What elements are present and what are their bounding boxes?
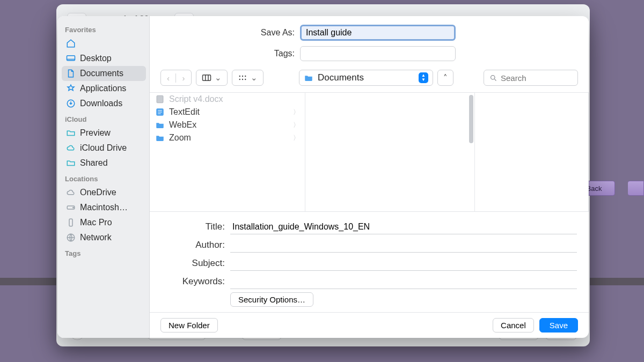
- browser-column-2[interactable]: ||: [305, 93, 475, 211]
- save-sheet: Favorites Desktop Documents Applications…: [57, 16, 589, 338]
- svg-point-12: [245, 79, 246, 80]
- sidebar-item-label: Preview: [80, 128, 111, 138]
- pdf-metadata-section: Title: Author: Subject: Keywords: Securi…: [150, 212, 589, 313]
- app-icon: [155, 107, 165, 117]
- svg-rect-14: [157, 95, 163, 103]
- chevron-up-icon: ˄: [443, 73, 448, 83]
- folder-icon: [155, 133, 165, 143]
- svg-point-10: [239, 79, 240, 80]
- cloud-icon: [66, 188, 76, 197]
- folder-icon: [66, 128, 76, 138]
- save-as-input[interactable]: [300, 25, 456, 41]
- sidebar-item-label: Desktop: [80, 54, 112, 63]
- svg-point-8: [242, 76, 243, 77]
- tags-input[interactable]: [300, 46, 456, 61]
- view-columns-button[interactable]: ⌄: [196, 70, 228, 86]
- sidebar-heading-icloud: iCloud: [62, 111, 146, 125]
- sidebar-item-icloud-drive[interactable]: iCloud Drive: [62, 141, 146, 156]
- keywords-label: Keywords:: [162, 276, 225, 287]
- expand-button[interactable]: ˄: [437, 70, 453, 86]
- svg-rect-6: [203, 75, 211, 81]
- sidebar-heading-favorites: Favorites: [62, 21, 146, 36]
- cloud-icon: [66, 143, 76, 153]
- file-name: Script v4.docx: [169, 94, 223, 104]
- svg-point-3: [73, 207, 74, 208]
- folder-icon: [304, 73, 313, 83]
- sidebar-item-network[interactable]: Network: [62, 230, 146, 245]
- group-by-button[interactable]: ⌄: [232, 70, 264, 86]
- search-field[interactable]: [484, 70, 578, 86]
- sidebar-item-label: Mac Pro: [80, 218, 112, 227]
- chevron-down-icon: ⌄: [251, 73, 258, 83]
- sidebar-item-label: iCloud Drive: [80, 143, 127, 153]
- chevron-right-icon: 〉: [293, 108, 299, 117]
- sidebar-heading-tags: Tags: [62, 245, 146, 260]
- word-doc-icon: [155, 94, 165, 104]
- sidebar-item-desktop[interactable]: Desktop: [62, 51, 146, 66]
- cancel-button[interactable]: Cancel: [493, 318, 534, 333]
- shared-folder-icon: [66, 158, 76, 168]
- file-row[interactable]: Script v4.docx: [150, 93, 305, 106]
- title-input[interactable]: [230, 219, 577, 234]
- security-options-button[interactable]: Security Options…: [230, 292, 313, 307]
- tags-label: Tags:: [171, 49, 295, 58]
- svg-point-9: [245, 76, 246, 77]
- search-input[interactable]: [501, 73, 572, 83]
- download-icon: [66, 99, 76, 108]
- disk-icon: [66, 203, 76, 212]
- applications-icon: [66, 84, 76, 93]
- svg-rect-0: [67, 56, 75, 61]
- file-name: TextEdit: [169, 107, 200, 117]
- file-row[interactable]: Zoom 〉: [150, 131, 305, 144]
- tower-icon: [66, 218, 76, 227]
- desktop-icon: [66, 54, 76, 63]
- browser-column-3[interactable]: [475, 93, 589, 211]
- svg-point-11: [242, 79, 243, 80]
- new-folder-button[interactable]: New Folder: [160, 318, 218, 333]
- sidebar-item-label: OneDrive: [80, 188, 116, 197]
- sidebar-item-onedrive[interactable]: OneDrive: [62, 185, 146, 200]
- sidebar-item-applications[interactable]: Applications: [62, 81, 146, 96]
- sidebar-item-preview[interactable]: Preview: [62, 125, 146, 141]
- sidebar-item-label: Shared: [80, 158, 108, 168]
- file-row[interactable]: TextEdit 〉: [150, 106, 305, 119]
- sidebar-item-label: Documents: [80, 69, 123, 78]
- sidebar-item-documents[interactable]: Documents: [62, 66, 146, 81]
- svg-point-7: [239, 76, 240, 77]
- folder-icon: [155, 120, 165, 130]
- sheet-footer: New Folder Cancel Save: [150, 313, 589, 338]
- scrollbar[interactable]: [469, 95, 473, 143]
- browser-column-1[interactable]: Script v4.docx TextEdit 〉 WebEx 〉 Z: [150, 93, 305, 211]
- sidebar-item-downloads[interactable]: Downloads: [62, 96, 146, 111]
- nav-forward-button[interactable]: ›: [176, 73, 191, 83]
- browser-toolbar: ‹ › ⌄ ⌄ Documents ▲▼ ˄: [150, 64, 589, 93]
- file-row[interactable]: WebEx 〉: [150, 119, 305, 131]
- file-name: Zoom: [169, 133, 191, 143]
- svg-rect-4: [69, 219, 72, 226]
- columns-icon: [202, 74, 211, 82]
- subject-label: Subject:: [162, 258, 225, 269]
- keywords-input[interactable]: [230, 274, 577, 289]
- grid-icon: [238, 74, 247, 82]
- sidebar-item-shared[interactable]: Shared: [62, 156, 146, 171]
- finder-sidebar: Favorites Desktop Documents Applications…: [57, 16, 150, 338]
- column-browser: Script v4.docx TextEdit 〉 WebEx 〉 Z: [150, 93, 589, 212]
- sidebar-item-label: Network: [80, 233, 112, 242]
- subject-input[interactable]: [230, 256, 577, 271]
- sidebar-item-label: Downloads: [80, 99, 122, 108]
- sidebar-item-mac-pro[interactable]: Mac Pro: [62, 215, 146, 230]
- author-label: Author:: [162, 240, 225, 250]
- document-icon: [66, 69, 76, 78]
- globe-icon: [66, 233, 76, 242]
- chevron-down-icon: ⌄: [215, 73, 222, 83]
- save-button[interactable]: Save: [539, 318, 578, 333]
- author-input[interactable]: [230, 238, 577, 253]
- location-popup-button[interactable]: Documents ▲▼: [299, 70, 433, 86]
- save-as-label: Save As:: [171, 28, 295, 38]
- sidebar-item-macintosh-hd[interactable]: Macintosh…: [62, 200, 146, 215]
- search-icon: [489, 74, 497, 82]
- sidebar-item-recents[interactable]: [62, 36, 146, 51]
- file-name: WebEx: [169, 120, 196, 130]
- next-button-stub[interactable]: [628, 181, 644, 196]
- nav-back-button[interactable]: ‹: [161, 73, 176, 83]
